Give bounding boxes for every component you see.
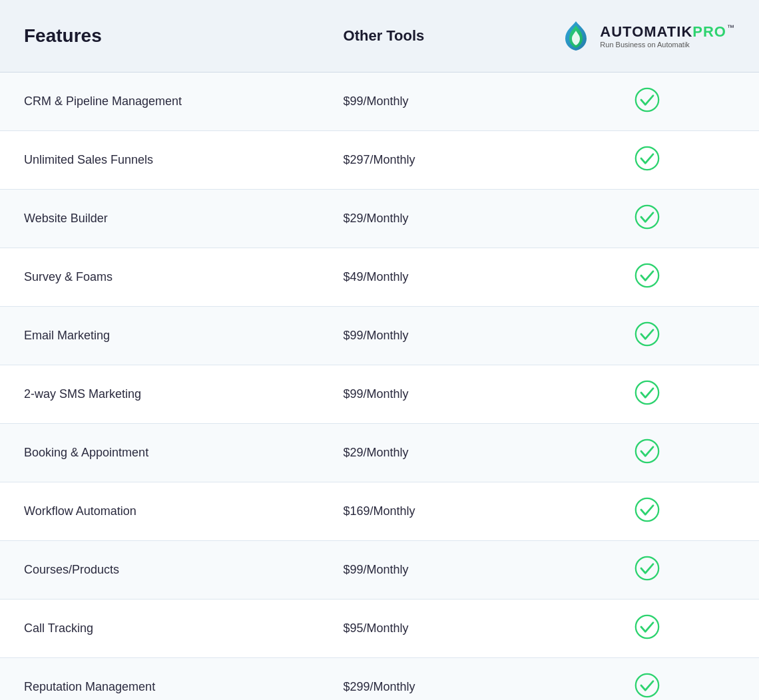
check-cell — [535, 248, 759, 307]
feature-cell: CRM & Pipeline Management — [0, 73, 320, 131]
table-row: Survey & Foams$49/Monthly — [0, 248, 759, 307]
checkmark-icon — [634, 321, 660, 347]
features-header: Features — [0, 0, 320, 73]
check-cell — [535, 482, 759, 541]
table-header-row: Features Other Tools — [0, 0, 759, 73]
check-cell — [535, 131, 759, 190]
logo-text: AUTOMATIKPRO™ Run Business on Automatik — [600, 23, 735, 49]
check-cell — [535, 307, 759, 365]
svg-point-10 — [635, 674, 658, 697]
other-tools-header: Other Tools — [320, 0, 535, 73]
svg-point-3 — [635, 264, 658, 287]
price-cell: $99/Monthly — [320, 365, 535, 424]
checkmark-icon — [634, 146, 660, 171]
table-row: Courses/Products$99/Monthly — [0, 541, 759, 600]
svg-point-0 — [635, 88, 658, 111]
comparison-table: Features Other Tools — [0, 0, 759, 700]
checkmark-icon — [634, 497, 660, 522]
checkmark-icon — [634, 614, 660, 639]
price-cell: $99/Monthly — [320, 73, 535, 131]
svg-point-6 — [635, 440, 658, 462]
table-row: CRM & Pipeline Management$99/Monthly — [0, 73, 759, 131]
feature-cell: 2-way SMS Marketing — [0, 365, 320, 424]
automatik-logo-icon — [559, 19, 593, 53]
check-cell — [535, 365, 759, 424]
feature-cell: Unlimited Sales Funnels — [0, 131, 320, 190]
table-row: Workflow Automation$169/Monthly — [0, 482, 759, 541]
price-cell: $29/Monthly — [320, 424, 535, 482]
feature-cell: Reputation Management — [0, 658, 320, 701]
svg-point-7 — [635, 498, 658, 521]
feature-cell: Survey & Foams — [0, 248, 320, 307]
price-cell: $299/Monthly — [320, 658, 535, 701]
check-cell — [535, 73, 759, 131]
check-cell — [535, 424, 759, 482]
feature-cell: Workflow Automation — [0, 482, 320, 541]
svg-point-8 — [635, 557, 658, 580]
price-cell: $297/Monthly — [320, 131, 535, 190]
svg-point-4 — [635, 323, 658, 345]
table-row: Call Tracking$95/Monthly — [0, 600, 759, 658]
price-cell: $169/Monthly — [320, 482, 535, 541]
comparison-container: Features Other Tools — [0, 0, 759, 700]
feature-cell: Website Builder — [0, 190, 320, 248]
checkmark-icon — [634, 204, 660, 230]
checkmark-icon — [634, 380, 660, 405]
check-cell — [535, 541, 759, 600]
svg-point-1 — [635, 147, 658, 170]
automatik-header: AUTOMATIKPRO™ Run Business on Automatik — [535, 0, 759, 73]
price-cell: $99/Monthly — [320, 541, 535, 600]
svg-point-5 — [635, 381, 658, 404]
feature-cell: Email Marketing — [0, 307, 320, 365]
checkmark-icon — [634, 87, 660, 112]
checkmark-icon — [634, 263, 660, 288]
checkmark-icon — [634, 438, 660, 464]
check-cell — [535, 600, 759, 658]
logo: AUTOMATIKPRO™ Run Business on Automatik — [559, 19, 735, 53]
svg-point-2 — [635, 206, 658, 228]
price-cell: $49/Monthly — [320, 248, 535, 307]
feature-cell: Courses/Products — [0, 541, 320, 600]
table-row: 2-way SMS Marketing$99/Monthly — [0, 365, 759, 424]
checkmark-icon — [634, 556, 660, 581]
table-row: Booking & Appointment$29/Monthly — [0, 424, 759, 482]
svg-point-9 — [635, 615, 658, 638]
table-row: Reputation Management$299/Monthly — [0, 658, 759, 701]
table-row: Website Builder$29/Monthly — [0, 190, 759, 248]
table-row: Email Marketing$99/Monthly — [0, 307, 759, 365]
feature-cell: Call Tracking — [0, 600, 320, 658]
table-row: Unlimited Sales Funnels$297/Monthly — [0, 131, 759, 190]
price-cell: $29/Monthly — [320, 190, 535, 248]
feature-cell: Booking & Appointment — [0, 424, 320, 482]
check-cell — [535, 190, 759, 248]
checkmark-icon — [634, 673, 660, 698]
price-cell: $99/Monthly — [320, 307, 535, 365]
table-body: CRM & Pipeline Management$99/Monthly Unl… — [0, 73, 759, 701]
price-cell: $95/Monthly — [320, 600, 535, 658]
check-cell — [535, 658, 759, 701]
